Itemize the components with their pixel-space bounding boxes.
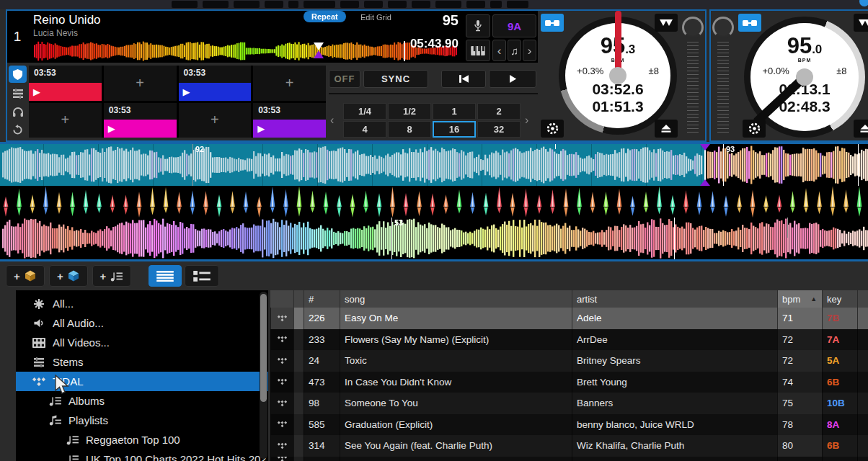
cutoff-ui-block <box>388 1 407 8</box>
mic-button[interactable] <box>466 14 490 37</box>
hot-cue-slot-2[interactable]: ▶+ <box>104 66 177 101</box>
key-shift-down-button[interactable]: ‹ <box>492 40 506 61</box>
cell-song: Toxic <box>340 350 572 372</box>
play-button[interactable] <box>489 70 536 88</box>
loops-tab[interactable] <box>9 121 27 138</box>
deck-settings-button-1[interactable] <box>541 120 564 138</box>
tempo-link-button-1[interactable] <box>541 14 564 32</box>
sidebar-item-stems[interactable]: Stems <box>16 352 268 372</box>
cue-audition-tab[interactable] <box>9 103 27 120</box>
deck2-waveform-strip[interactable] <box>0 218 868 259</box>
beat-jump-1[interactable]: 1 <box>433 103 476 120</box>
header-song[interactable]: song <box>340 290 572 308</box>
track-overview-waveform[interactable] <box>33 41 459 61</box>
piano-button[interactable] <box>466 40 490 61</box>
header-num[interactable]: # <box>304 290 340 308</box>
edit-grid-button[interactable]: Edit Grid <box>360 13 391 22</box>
table-row[interactable]: 314See You Again (feat. Charlie Puth)Wiz… <box>270 435 868 457</box>
smart-crate-icon <box>67 269 80 282</box>
hot-cue-slot-5[interactable]: ▶+ <box>29 103 102 138</box>
scrollbar-thumb[interactable] <box>260 294 267 402</box>
tidal-icon <box>32 377 46 387</box>
chevron-left-icon: ‹ <box>497 45 502 57</box>
skip-to-start-button[interactable] <box>441 70 486 88</box>
row-spacer <box>293 308 304 329</box>
sidebar-scrollbar[interactable] <box>260 292 267 459</box>
beat-jump-8[interactable]: 8 <box>388 121 431 138</box>
hot-cue-slot-8[interactable]: 03:53▶+ <box>253 103 326 138</box>
album-view-button[interactable] <box>185 265 219 287</box>
pitch-knob-1[interactable] <box>682 17 704 38</box>
cell-extra <box>857 308 868 329</box>
sync-off-button[interactable]: OFF <box>329 70 360 88</box>
beat-jump-2[interactable]: 2 <box>477 103 521 120</box>
eject-button-1[interactable] <box>655 120 678 138</box>
add-playlist-button[interactable]: + <box>92 265 131 287</box>
row-spacer <box>293 393 304 414</box>
beat-jump-4[interactable]: 4 <box>343 121 386 138</box>
sidebar-item-reggaeton-top-100[interactable]: Reggaeton Top 100 <box>16 430 268 449</box>
sidebar-item-all[interactable]: All... <box>16 294 268 313</box>
tidal-source-icon <box>270 329 293 351</box>
beat-jump-1-2[interactable]: 1/2 <box>388 103 431 120</box>
beat-jump-section: ‹ 1/41/212481632 › <box>329 103 538 138</box>
row-spacer <box>293 329 304 351</box>
hot-cue-slot-3[interactable]: 03:53▶+ <box>179 66 252 101</box>
deck-waveform-strip[interactable] <box>0 144 868 186</box>
add-crate-button[interactable]: + <box>6 265 45 287</box>
beat-jump-1-4[interactable]: 1/4 <box>343 103 386 120</box>
sidebar-item-all-videos[interactable]: All Videos... <box>16 333 268 352</box>
header-key[interactable]: key <box>822 290 857 308</box>
cutoff-ui-block <box>203 1 229 8</box>
overview-canvas[interactable] <box>33 41 459 61</box>
header-bpm[interactable]: bpm▲ <box>777 290 822 308</box>
table-row[interactable]: 226Easy On MeAdele717B <box>270 308 868 329</box>
sidebar-item-albums[interactable]: Albums <box>16 391 268 411</box>
cue-add-icon: + <box>29 103 102 138</box>
pitch-bend-button-1[interactable] <box>655 14 678 32</box>
bar-tick <box>787 218 788 238</box>
cell-key: 10B <box>822 393 857 414</box>
hot-cue-slot-6[interactable]: 03:53▶+ <box>104 103 177 138</box>
table-row[interactable]: 473In Case You Didn't KnowBrett Young746… <box>270 372 868 393</box>
sidebar-item-uk-top-100-charts-2022-hot-hits-202[interactable]: UK Top 100 Charts 2022 Hot Hits 202 <box>16 449 268 461</box>
library-sidebar: All...All Audio...All Videos...StemsTIDA… <box>16 290 268 461</box>
stems-tab[interactable] <box>9 85 27 102</box>
sidebar-item-all-audio[interactable]: All Audio... <box>16 313 268 333</box>
bar-marker-line <box>391 218 392 259</box>
hot-cue-slot-7[interactable]: ▶+ <box>179 103 252 138</box>
beat-jump-right-button[interactable]: › <box>525 103 528 138</box>
sidebar-item-playlists[interactable]: Playlists <box>16 411 268 430</box>
tidal-source-icon <box>270 393 293 414</box>
pitch-slider-2[interactable] <box>714 30 732 135</box>
add-smart-crate-button[interactable]: + <box>49 265 88 287</box>
table-row[interactable]: 98Someone To YouBanners7510B <box>270 393 868 414</box>
cues-tab[interactable] <box>9 66 27 83</box>
table-row[interactable]: 24ToxicBritney Spears725A <box>270 350 868 372</box>
sidebar-item-tidal[interactable]: TIDAL <box>16 372 268 391</box>
eject-button-2[interactable] <box>854 120 868 138</box>
beat-jump-left-button[interactable]: ‹ <box>330 103 334 138</box>
key-shift-up-button[interactable]: › <box>523 40 536 61</box>
sync-button[interactable]: SYNC <box>363 70 428 88</box>
row-spacer <box>293 372 304 393</box>
library-toolbar: + + + <box>0 261 868 290</box>
tidal-source-icon <box>270 457 293 461</box>
key-reset-button[interactable]: ♫ <box>508 40 521 61</box>
header-artist[interactable]: artist <box>572 290 777 308</box>
tempo-link-button-2[interactable] <box>738 14 761 32</box>
double-triangle-icon <box>659 18 673 27</box>
table-row[interactable]: 585Graduation (Explicit)benny blanco, Ju… <box>270 414 868 436</box>
pitch-knob-2[interactable] <box>712 17 734 38</box>
pitch-bend-button-2[interactable] <box>854 14 868 32</box>
repeat-button[interactable]: Repeat <box>304 11 346 22</box>
deck-settings-button-2[interactable] <box>743 120 766 138</box>
table-row[interactable]: 233Flowers (Say My Name) (Explicit)ArrDe… <box>270 329 868 351</box>
hot-cue-slot-4[interactable]: ▶+ <box>253 66 326 101</box>
beat-jump-16[interactable]: 16 <box>433 121 476 138</box>
hot-cue-slot-1[interactable]: 03:53▶+ <box>29 66 102 101</box>
cutoff-ui-block <box>435 1 461 8</box>
beat-jump-32[interactable]: 32 <box>477 121 521 138</box>
list-view-button[interactable] <box>149 265 182 287</box>
pitch-slider-1[interactable] <box>683 17 702 135</box>
